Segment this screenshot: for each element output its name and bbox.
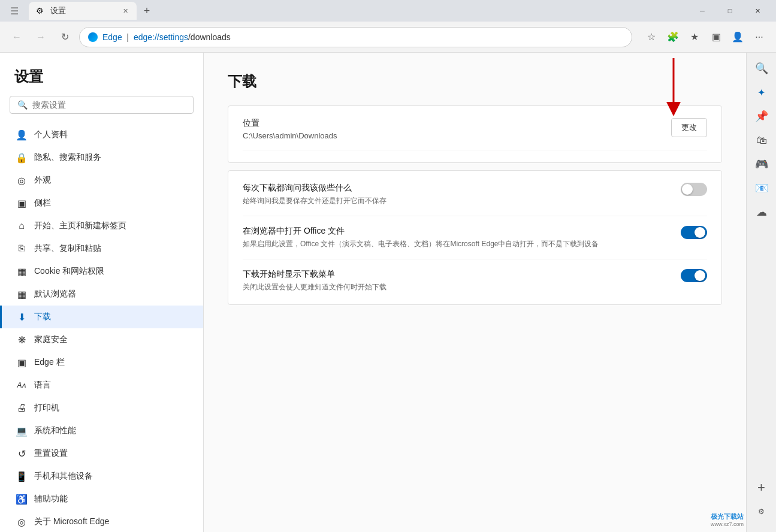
right-shop-icon[interactable]: 🛍 — [751, 129, 772, 151]
right-collections-icon[interactable]: 📌 — [751, 105, 772, 127]
sidebar-item-label: 辅助功能 — [34, 494, 68, 504]
open-office-label: 在浏览器中打开 Office 文件 — [243, 226, 681, 237]
sidebar-item-label: 系统和性能 — [34, 425, 76, 436]
location-path: C:\Users\admin\Downloads — [243, 131, 671, 140]
right-games-icon[interactable]: 🎮 — [751, 153, 772, 175]
sidebar-toggle[interactable]: ☰ — [5, 1, 24, 20]
extensions-icon[interactable]: 🧩 — [663, 28, 683, 47]
sidebar-item-browser[interactable]: ▦ 默认浏览器 — [0, 283, 203, 306]
sidebar-item-sidebar[interactable]: ▣ 侧栏 — [0, 192, 203, 214]
edge-favicon — [88, 32, 98, 42]
sidebar-item-print[interactable]: 🖨 打印机 — [0, 397, 203, 419]
back-button[interactable]: ← — [7, 28, 26, 47]
reset-nav-icon: ↺ — [16, 448, 27, 459]
address-bar: ← → ↻ Edge | edge://settings/downloads ☆… — [0, 22, 776, 53]
sidebar-item-cookies[interactable]: ▦ Cookie 和网站权限 — [0, 260, 203, 283]
toolbar-icons: ☆ 🧩 ★ ▣ 👤 ··· — [642, 28, 769, 47]
location-label: 位置 — [243, 118, 671, 129]
sidebar-item-label: 隐私、搜索和服务 — [34, 152, 101, 163]
watermark-site: 极光下载站 — [711, 512, 744, 521]
open-office-toggle[interactable] — [681, 226, 707, 239]
add-sidebar-item-button[interactable]: + — [751, 477, 772, 498]
tab-favicon: ⚙ — [36, 6, 46, 16]
watermark-url: www.xz7.com — [711, 521, 744, 527]
open-office-row: 在浏览器中打开 Office 文件 如果启用此设置，Office 文件（演示文稿… — [243, 216, 707, 259]
right-search-icon[interactable]: 🔍 — [751, 58, 772, 79]
change-location-button[interactable]: 更改 — [671, 118, 707, 137]
appearance-nav-icon: ◎ — [16, 175, 27, 186]
right-outlook-icon[interactable]: 📧 — [751, 177, 772, 199]
sidebar-nav-icon: ▣ — [16, 198, 27, 208]
address-text: Edge | edge://settings/downloads — [102, 32, 231, 42]
ask-label: 每次下载都询问我该做些什么 — [243, 183, 681, 194]
sidebar-item-privacy[interactable]: 🔒 隐私、搜索和服务 — [0, 146, 203, 169]
forward-button[interactable]: → — [31, 28, 50, 47]
sidebar-item-appearance[interactable]: ◎ 外观 — [0, 169, 203, 192]
ask-toggle[interactable] — [681, 183, 707, 196]
right-copilot-icon[interactable]: ✦ — [751, 81, 772, 103]
sidebar-item-system[interactable]: 💻 系统和性能 — [0, 419, 203, 442]
collections-icon[interactable]: ★ — [685, 28, 704, 47]
open-office-info: 在浏览器中打开 Office 文件 如果启用此设置，Office 文件（演示文稿… — [243, 226, 681, 249]
new-tab-button[interactable]: + — [137, 2, 157, 20]
show-menu-toggle[interactable] — [681, 269, 707, 282]
right-settings-icon[interactable]: ⚙ — [751, 501, 772, 522]
search-input[interactable] — [32, 100, 186, 110]
sidebar: 设置 🔍 👤 个人资料 🔒 隐私、搜索和服务 ◎ 外观 ▣ 侧栏 — [0, 53, 204, 532]
split-view-icon[interactable]: ▣ — [706, 28, 726, 47]
right-sidebar: 🔍 ✦ 📌 🛍 🎮 📧 ☁ + ⚙ — [746, 53, 776, 532]
sidebar-item-accessibility[interactable]: ♿ 辅助功能 — [0, 488, 203, 510]
url-domain: edge://settings — [134, 32, 188, 42]
sidebar-item-label: 打印机 — [34, 403, 59, 413]
address-input[interactable]: Edge | edge://settings/downloads — [79, 27, 632, 47]
edge-bar-nav-icon: ▣ — [16, 357, 27, 368]
share-nav-icon: ⎘ — [16, 243, 27, 254]
sidebar-item-downloads[interactable]: ⬇ 下载 — [0, 306, 203, 328]
window-controls: ─ □ ✕ — [689, 0, 771, 22]
location-info: 位置 C:\Users\admin\Downloads — [243, 118, 671, 140]
tab-bar: ⚙ 设置 ✕ + — [29, 2, 684, 20]
sidebar-item-start[interactable]: ⌂ 开始、主页和新建标签页 — [0, 214, 203, 237]
close-button[interactable]: ✕ — [744, 0, 771, 22]
right-onedrive-icon[interactable]: ☁ — [751, 201, 772, 223]
sidebar-item-label: 默认浏览器 — [34, 289, 76, 300]
profile-icon[interactable]: 👤 — [728, 28, 747, 47]
profile-nav-icon: 👤 — [16, 129, 27, 140]
search-box[interactable]: 🔍 — [10, 96, 194, 114]
active-tab[interactable]: ⚙ 设置 ✕ — [29, 2, 137, 20]
url-prefix: Edge — [102, 32, 122, 42]
favorites-icon[interactable]: ☆ — [642, 28, 661, 47]
minimize-button[interactable]: ─ — [689, 0, 716, 22]
sidebar-item-mobile[interactable]: 📱 手机和其他设备 — [0, 465, 203, 488]
sidebar-item-label: 侧栏 — [34, 198, 51, 208]
watermark: 极光下载站 www.xz7.com — [711, 512, 744, 527]
sidebar-item-edge-bar[interactable]: ▣ Edge 栏 — [0, 351, 203, 374]
sidebar-item-profile[interactable]: 👤 个人资料 — [0, 123, 203, 146]
location-row: 位置 C:\Users\admin\Downloads 更改 — [243, 118, 707, 150]
start-nav-icon: ⌂ — [16, 220, 27, 231]
sidebar-item-reset[interactable]: ↺ 重置设置 — [0, 442, 203, 465]
ask-each-time-card: 每次下载都询问我该做些什么 始终询问我是要保存文件还是打开它而不保存 在浏览器中… — [228, 170, 722, 305]
sidebar-item-language[interactable]: Aʌ 语言 — [0, 374, 203, 397]
sidebar-item-label: 语言 — [34, 380, 51, 391]
maximize-button[interactable]: □ — [716, 0, 744, 22]
cookies-nav-icon: ▦ — [16, 266, 27, 277]
titlebar-left: ☰ — [5, 1, 24, 20]
refresh-button[interactable]: ↻ — [55, 28, 74, 47]
page-title: 下载 — [228, 72, 722, 91]
sidebar-item-share[interactable]: ⎘ 共享、复制和粘贴 — [0, 237, 203, 260]
show-menu-label: 下载开始时显示下载菜单 — [243, 269, 681, 280]
tab-close-button[interactable]: ✕ — [122, 6, 129, 16]
ask-desc: 始终询问我是要保存文件还是打开它而不保存 — [243, 196, 681, 206]
sidebar-item-about[interactable]: ◎ 关于 Microsoft Edge — [0, 510, 203, 532]
downloads-nav-icon: ⬇ — [16, 312, 27, 322]
menu-icon[interactable]: ··· — [750, 28, 769, 47]
sidebar-item-label: 外观 — [34, 175, 51, 186]
sidebar-item-label: 重置设置 — [34, 448, 68, 459]
sidebar-item-label: 下载 — [34, 312, 51, 322]
sidebar-item-label: Edge 栏 — [34, 357, 65, 368]
search-icon: 🔍 — [17, 100, 28, 110]
show-menu-desc: 关闭此设置会使人更难知道文件何时开始下载 — [243, 282, 681, 292]
sidebar-item-family[interactable]: ❋ 家庭安全 — [0, 328, 203, 351]
system-nav-icon: 💻 — [16, 425, 27, 436]
